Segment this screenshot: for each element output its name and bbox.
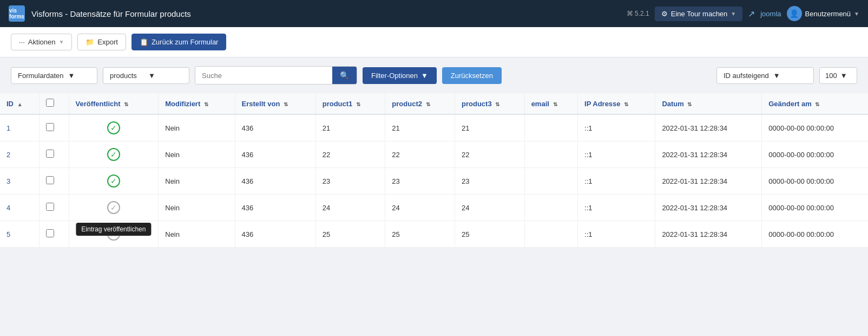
form-icon: 📋 <box>140 38 148 46</box>
row-checkbox[interactable] <box>46 176 54 184</box>
formdata-select[interactable]: Formulardaten ▼ <box>11 67 97 84</box>
th-geaendert-am[interactable]: Geändert am ⇅ <box>762 93 868 114</box>
table-header-row: ID ▲ Veröffentlicht ⇅ Modifiziert ⇅ Erst… <box>0 93 868 114</box>
chevron-down-icon: ▼ <box>731 11 736 17</box>
td-product1: 22 <box>315 141 385 168</box>
chevron-down-icon: ▼ <box>58 39 64 45</box>
sort-icon: ⇅ <box>687 101 692 107</box>
td-status: ✓Eintrag veröffentlichen <box>69 195 159 221</box>
row-id-link[interactable]: 2 <box>6 151 10 159</box>
chevron-down-icon: ▼ <box>854 11 859 17</box>
sort-icon: ⇅ <box>815 101 819 107</box>
row-checkbox[interactable] <box>46 203 54 211</box>
actions-button[interactable]: ··· Aktionen ▼ <box>11 34 72 50</box>
td-geaendert-am: 0000-00-00 00:00:00 <box>762 114 868 141</box>
td-checkbox <box>40 114 69 141</box>
sort-icon: ⇅ <box>495 101 499 107</box>
sort-select[interactable]: ID aufsteigend ▼ <box>716 67 814 84</box>
th-datum[interactable]: Datum ⇅ <box>655 93 762 114</box>
page-size-select[interactable]: 100 ▼ <box>819 67 857 84</box>
td-geaendert-am: 0000-00-00 00:00:00 <box>762 141 868 168</box>
toolbar: ··· Aktionen ▼ 📁 Export 📋 Zurück zum For… <box>0 27 868 57</box>
table-row: 4✓Eintrag veröffentlichenNein436242424::… <box>0 195 868 221</box>
products-select[interactable]: products ▼ <box>103 67 189 84</box>
td-id: 4 <box>0 195 40 221</box>
td-product3: 24 <box>455 195 525 221</box>
status-tooltip-wrap: ✓Eintrag veröffentlichen <box>107 201 120 214</box>
td-product3: 23 <box>455 168 525 195</box>
th-modifiziert[interactable]: Modifiziert ⇅ <box>159 93 235 114</box>
td-checkbox <box>40 141 69 168</box>
settings-icon: ⚙ <box>661 10 668 18</box>
td-modifiziert: Nein <box>159 221 235 248</box>
th-id[interactable]: ID ▲ <box>0 93 40 114</box>
row-id-link[interactable]: 3 <box>6 177 10 185</box>
reset-button[interactable]: Zurücksetzen <box>442 67 502 84</box>
publish-tooltip: Eintrag veröffentlichen <box>76 223 151 236</box>
td-product1: 24 <box>315 195 385 221</box>
published-icon[interactable]: ✓ <box>107 121 120 134</box>
td-checkbox <box>40 195 69 221</box>
td-status: ✓ <box>69 141 159 168</box>
top-navigation: visforms Visforms - Datensätze für Formu… <box>0 0 868 27</box>
td-modifiziert: Nein <box>159 168 235 195</box>
td-ip-adresse: ::1 <box>578 221 655 248</box>
app-logo: visforms <box>9 5 25 22</box>
td-email <box>524 221 577 248</box>
select-all-checkbox[interactable] <box>46 99 54 107</box>
th-checkbox[interactable] <box>40 93 69 114</box>
td-erstellt-von: 436 <box>235 168 315 195</box>
td-product1: 21 <box>315 114 385 141</box>
joomla-link[interactable]: joomla <box>760 10 781 18</box>
td-modifiziert: Nein <box>159 114 235 141</box>
sort-icon: ⇅ <box>356 101 360 107</box>
td-status: ✓ <box>69 168 159 195</box>
sort-icon: ⇅ <box>553 101 557 107</box>
td-product2: 24 <box>385 195 455 221</box>
td-datum: 2022-01-31 12:28:34 <box>655 114 762 141</box>
th-product1[interactable]: product1 ⇅ <box>315 93 385 114</box>
td-checkbox <box>40 221 69 248</box>
row-checkbox[interactable] <box>46 150 54 158</box>
row-checkbox[interactable] <box>46 229 54 237</box>
sort-asc-icon: ▲ <box>17 101 23 107</box>
th-veroeffentlicht[interactable]: Veröffentlicht ⇅ <box>69 93 159 114</box>
user-menu[interactable]: 👤 Benutzermenü ▼ <box>787 6 859 21</box>
sort-icon: ⇅ <box>204 101 208 107</box>
filter-options-button[interactable]: Filter-Optionen ▼ <box>363 67 437 84</box>
td-product1: 23 <box>315 168 385 195</box>
chevron-down-icon: ▼ <box>773 72 780 80</box>
row-id-link[interactable]: 4 <box>6 204 10 212</box>
search-input[interactable] <box>195 68 332 83</box>
th-product3[interactable]: product3 ⇅ <box>455 93 525 114</box>
version-label: ⌘ 5.2.1 <box>627 10 649 17</box>
td-product2: 25 <box>385 221 455 248</box>
td-ip-adresse: ::1 <box>578 141 655 168</box>
row-id-link[interactable]: 1 <box>6 124 10 132</box>
td-datum: 2022-01-31 12:28:34 <box>655 168 762 195</box>
tour-button[interactable]: ⚙ Eine Tour machen ▼ <box>655 7 742 21</box>
chevron-down-icon: ▼ <box>148 72 182 80</box>
th-product2[interactable]: product2 ⇅ <box>385 93 455 114</box>
table-row: 1✓Nein436212121::12022-01-31 12:28:34000… <box>0 114 868 141</box>
th-email[interactable]: email ⇅ <box>524 93 577 114</box>
td-geaendert-am: 0000-00-00 00:00:00 <box>762 221 868 248</box>
th-ip-adresse[interactable]: IP Adresse ⇅ <box>578 93 655 114</box>
back-to-form-button[interactable]: 📋 Zurück zum Formular <box>131 34 227 50</box>
td-erstellt-von: 436 <box>235 141 315 168</box>
sort-icon: ⇅ <box>284 101 288 107</box>
export-button[interactable]: 📁 Export <box>77 34 126 50</box>
topnav-right: ⌘ 5.2.1 ⚙ Eine Tour machen ▼ ↗ joomla 👤 … <box>627 6 859 21</box>
published-icon[interactable]: ✓ <box>107 148 120 161</box>
row-checkbox[interactable] <box>46 123 54 131</box>
td-product1: 25 <box>315 221 385 248</box>
search-button[interactable]: 🔍 <box>332 67 357 84</box>
published-icon[interactable]: ✓ <box>107 175 120 188</box>
unpublished-icon[interactable]: ✓ <box>107 201 120 214</box>
td-product2: 21 <box>385 114 455 141</box>
td-id: 2 <box>0 141 40 168</box>
row-id-link[interactable]: 5 <box>6 230 10 238</box>
th-erstellt-von[interactable]: Erstellt von ⇅ <box>235 93 315 114</box>
chevron-down-icon: ▼ <box>68 72 90 80</box>
table-row: 3✓Nein436232323::12022-01-31 12:28:34000… <box>0 168 868 195</box>
